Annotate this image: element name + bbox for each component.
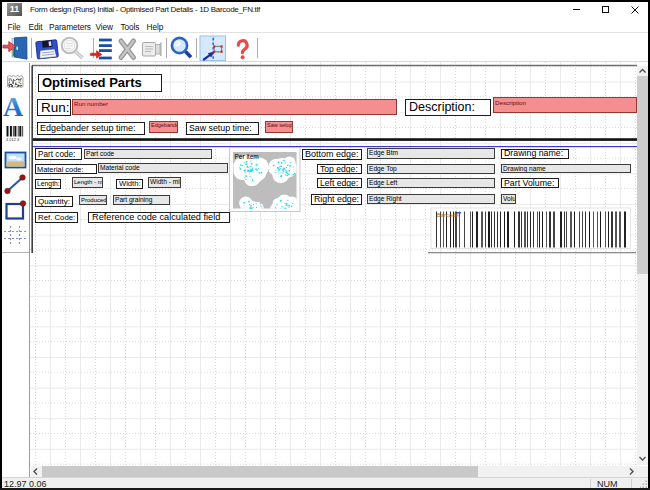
svg-text:A: A <box>3 91 24 122</box>
svg-text:4 012 3: 4 012 3 <box>6 137 20 142</box>
svg-text:Barcode: Barcode <box>437 212 460 218</box>
svg-text:Per item: Per item <box>235 153 259 160</box>
